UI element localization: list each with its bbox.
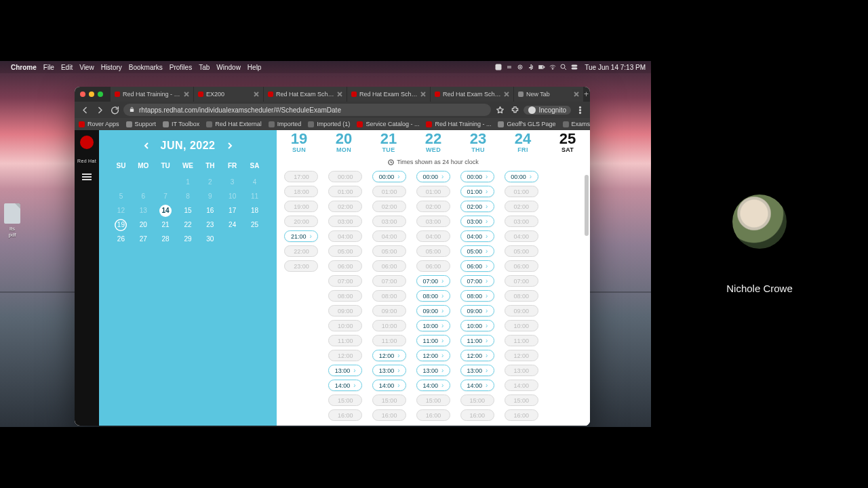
bookmark-star-icon[interactable] xyxy=(494,104,506,116)
time-slot-available[interactable]: 00:00 xyxy=(505,171,538,182)
time-slot-available[interactable]: 09:00 xyxy=(460,305,494,317)
time-slot-available[interactable]: 00:00 xyxy=(416,171,450,182)
nav-forward-button[interactable] xyxy=(94,104,106,116)
bookmark-item[interactable]: Red Hat External xyxy=(206,121,262,127)
time-slot-available[interactable]: 14:00 xyxy=(416,380,450,391)
calendar-day[interactable]: 7 xyxy=(155,189,177,203)
browser-tab[interactable]: Red Hat Training - INTERN xyxy=(111,87,194,102)
calendar-day[interactable]: 6 xyxy=(132,189,155,203)
window-minimize-icon[interactable] xyxy=(89,92,94,97)
calendar-day[interactable]: 12 xyxy=(110,203,132,218)
window-traffic-lights[interactable] xyxy=(79,87,111,102)
calendar-day[interactable]: 22 xyxy=(177,218,199,232)
time-slot-available[interactable]: 14:00 xyxy=(372,380,406,391)
time-slot-available[interactable]: 11:00 xyxy=(416,335,450,346)
browser-tab[interactable]: EX200 xyxy=(194,87,264,102)
calendar-day[interactable]: 25 xyxy=(243,218,266,232)
mac-menu-view[interactable]: View xyxy=(79,64,94,71)
tabstrip-chevron-down-icon[interactable]: ⌄ xyxy=(589,87,590,102)
browser-tab[interactable]: Red Hat Exam Scheduler xyxy=(264,87,347,102)
slots-scroll-area[interactable]: 17:0018:0019:0020:0021:0022:0023:0000:00… xyxy=(277,168,590,426)
browser-tab[interactable]: Red Hat Exam Scheduler xyxy=(431,87,514,102)
day-header[interactable]: 21TUE xyxy=(366,131,411,153)
calendar-day[interactable]: 18 xyxy=(243,203,266,218)
bookmark-item[interactable]: Geoff's GLS Page xyxy=(498,121,555,127)
day-header[interactable]: 20MON xyxy=(321,131,366,153)
nav-reload-button[interactable] xyxy=(108,104,121,116)
new-tab-button[interactable]: + xyxy=(584,87,589,102)
calendar-day[interactable]: 21 xyxy=(155,218,177,232)
time-slot-available[interactable]: 09:00 xyxy=(416,305,450,317)
calendar-day[interactable]: 28 xyxy=(155,232,177,246)
status-wifi-icon[interactable] xyxy=(549,64,556,70)
calendar-day[interactable]: 16 xyxy=(199,203,221,218)
calendar-day[interactable]: 1 xyxy=(177,175,199,189)
mac-menu-help[interactable]: Help xyxy=(248,64,262,71)
calendar-day[interactable]: 10 xyxy=(221,189,243,203)
bookmark-item[interactable]: Support xyxy=(126,121,157,127)
window-maximize-icon[interactable] xyxy=(98,92,103,97)
tab-close-icon[interactable] xyxy=(504,92,509,97)
time-slot-available[interactable]: 21:00 xyxy=(284,230,318,242)
calendar-day[interactable]: 9 xyxy=(199,189,221,203)
scrollbar-thumb[interactable] xyxy=(585,175,589,236)
tab-close-icon[interactable] xyxy=(337,92,342,97)
mac-menu-bookmarks[interactable]: Bookmarks xyxy=(129,64,163,71)
day-header[interactable]: 24FRI xyxy=(500,131,545,153)
browser-tab[interactable]: New Tab xyxy=(514,87,584,102)
time-slot-available[interactable]: 08:00 xyxy=(416,290,450,302)
time-slot-available[interactable]: 14:00 xyxy=(328,380,362,391)
chrome-menu-button[interactable] xyxy=(574,104,586,116)
time-slot-available[interactable]: 10:00 xyxy=(416,320,450,331)
mac-menu-edit[interactable]: Edit xyxy=(61,64,73,71)
mac-menu-tab[interactable]: Tab xyxy=(199,64,210,71)
calendar-day[interactable]: 13 xyxy=(132,203,155,218)
time-slot-available[interactable]: 04:00 xyxy=(460,230,494,242)
incognito-badge[interactable]: Incognito xyxy=(524,106,571,115)
calendar-day[interactable]: 26 xyxy=(110,232,132,246)
status-search-icon[interactable] xyxy=(560,64,567,70)
time-slot-available[interactable]: 13:00 xyxy=(416,365,450,376)
window-close-icon[interactable] xyxy=(80,92,85,97)
calendar-day[interactable]: 15 xyxy=(177,203,199,218)
mac-menu-window[interactable]: Window xyxy=(216,64,241,71)
calendar-day[interactable]: 29 xyxy=(177,232,199,246)
status-bluetooth-icon[interactable] xyxy=(528,64,534,70)
calendar-next-button[interactable] xyxy=(226,140,233,152)
time-slot-available[interactable]: 07:00 xyxy=(416,275,450,287)
time-slot-available[interactable]: 11:00 xyxy=(460,335,494,346)
time-slot-available[interactable]: 14:00 xyxy=(460,380,494,391)
day-header[interactable]: 23THU xyxy=(456,131,500,153)
time-slot-available[interactable]: 12:00 xyxy=(460,350,494,361)
bookmark-item[interactable]: Red Hat Training - ... xyxy=(426,121,491,127)
time-slot-available[interactable]: 06:00 xyxy=(460,260,494,272)
mac-menu-profiles[interactable]: Profiles xyxy=(170,64,192,71)
day-header[interactable]: 22WED xyxy=(411,131,456,153)
time-slot-available[interactable]: 01:00 xyxy=(460,186,494,197)
time-slot-available[interactable]: 10:00 xyxy=(460,320,494,331)
calendar-day[interactable]: 23 xyxy=(199,218,221,232)
time-slot-available[interactable]: 08:00 xyxy=(460,290,494,302)
calendar-day[interactable]: 17 xyxy=(221,203,243,218)
tab-close-icon[interactable] xyxy=(254,92,259,97)
calendar-day[interactable]: 2 xyxy=(199,175,221,189)
mac-menu-file[interactable]: File xyxy=(43,64,54,71)
time-slot-available[interactable]: 05:00 xyxy=(460,245,494,257)
status-settings-icon[interactable] xyxy=(517,64,524,70)
status-control-center-icon[interactable] xyxy=(571,64,578,70)
status-extension-icon[interactable] xyxy=(506,64,513,70)
bookmark-item[interactable]: Exams/Remote Ex... xyxy=(563,121,590,127)
bookmark-item[interactable]: IT Toolbox xyxy=(163,121,199,127)
time-slot-available[interactable]: 02:00 xyxy=(460,201,494,212)
calendar-day[interactable]: 14 xyxy=(155,203,177,218)
tab-close-icon[interactable] xyxy=(574,92,579,97)
side-nav-toggle-icon[interactable] xyxy=(81,173,92,183)
calendar-day[interactable]: 30 xyxy=(199,232,221,246)
mac-menu-bar[interactable]: Chrome File Edit View History Bookmarks … xyxy=(0,61,651,73)
calendar-day[interactable]: 19 xyxy=(110,218,132,232)
calendar-day[interactable]: 4 xyxy=(243,175,266,189)
time-slot-available[interactable]: 00:00 xyxy=(372,171,406,182)
time-slot-available[interactable]: 13:00 xyxy=(372,365,406,376)
address-bar[interactable]: rhtapps.redhat.com/individualexamschedul… xyxy=(123,104,491,116)
calendar-day[interactable]: 20 xyxy=(132,218,155,232)
